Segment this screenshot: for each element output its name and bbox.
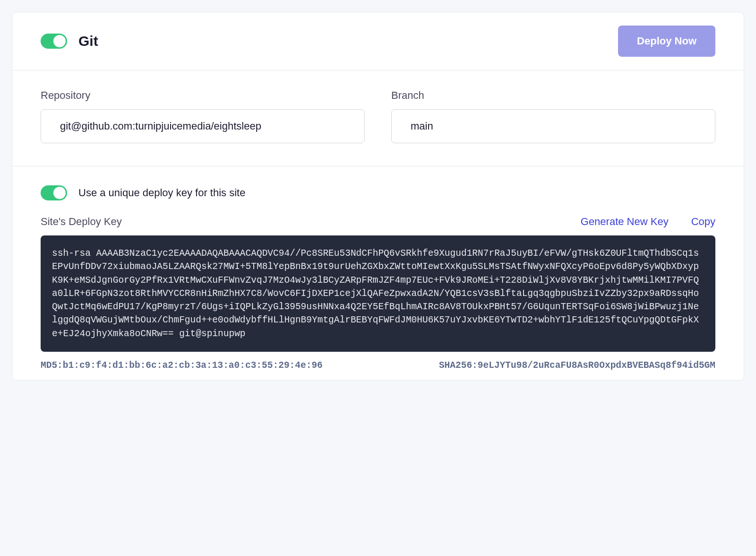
deploy-key-section: Use a unique deploy key for this site Si… bbox=[12, 166, 744, 380]
toggle-knob bbox=[53, 187, 66, 199]
branch-label: Branch bbox=[391, 89, 715, 102]
sha256-fingerprint: SHA256:9eLJYTu98/2uRcaFU8AsR0OxpdxBVEBAS… bbox=[439, 360, 715, 371]
branch-group: Branch bbox=[391, 89, 715, 143]
repository-group: Repository bbox=[41, 89, 365, 143]
generate-new-key-button[interactable]: Generate New Key bbox=[581, 216, 669, 228]
unique-key-row: Use a unique deploy key for this site bbox=[41, 185, 715, 200]
form-row: Repository Branch bbox=[41, 89, 715, 143]
copy-button[interactable]: Copy bbox=[691, 216, 715, 228]
deploy-now-button[interactable]: Deploy Now bbox=[618, 26, 715, 57]
header-left: Git bbox=[41, 33, 98, 49]
md5-fingerprint: MD5:b1:c9:f4:d1:bb:6c:a2:cb:3a:13:a0:c3:… bbox=[41, 360, 323, 371]
git-settings-card: Git Deploy Now Repository Branch Use a u… bbox=[12, 12, 744, 381]
key-header: Site's Deploy Key Generate New Key Copy bbox=[41, 216, 715, 228]
card-header: Git Deploy Now bbox=[12, 12, 744, 70]
key-actions: Generate New Key Copy bbox=[581, 216, 715, 228]
branch-input[interactable] bbox=[391, 109, 715, 143]
repo-settings-section: Repository Branch bbox=[12, 70, 744, 166]
unique-key-toggle[interactable] bbox=[41, 185, 67, 200]
git-toggle[interactable] bbox=[41, 34, 67, 49]
deploy-key-value[interactable]: ssh-rsa AAAAB3NzaC1yc2EAAAADAQABAAACAQDV… bbox=[41, 235, 715, 352]
repository-label: Repository bbox=[41, 89, 365, 102]
toggle-knob bbox=[53, 35, 66, 47]
card-title: Git bbox=[78, 33, 98, 49]
deploy-key-label: Site's Deploy Key bbox=[41, 216, 122, 228]
repository-input[interactable] bbox=[41, 109, 365, 143]
fingerprints-row: MD5:b1:c9:f4:d1:bb:6c:a2:cb:3a:13:a0:c3:… bbox=[41, 360, 715, 371]
unique-key-label: Use a unique deploy key for this site bbox=[78, 187, 245, 199]
